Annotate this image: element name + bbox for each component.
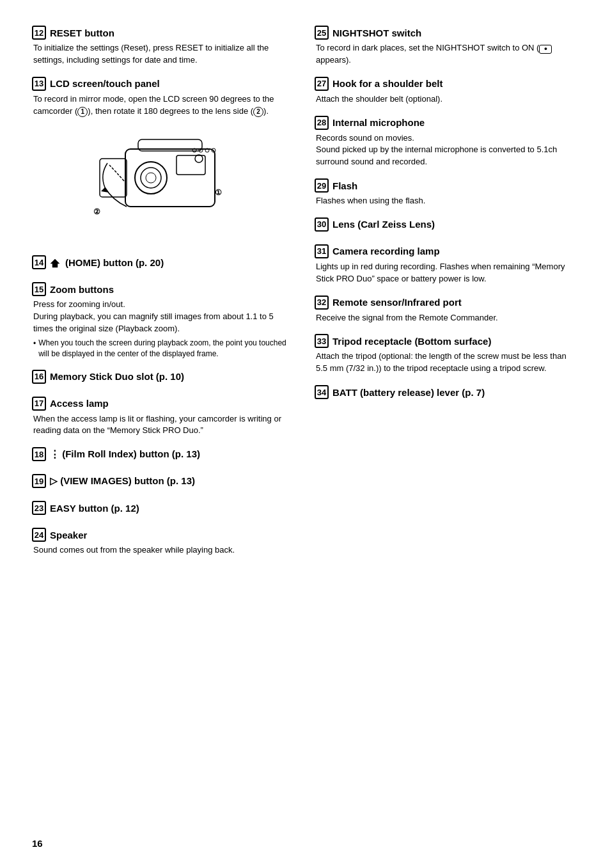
camcorder-svg: ① ② [81, 123, 247, 242]
section-28-body: Records sound on movies. Sound picked up… [315, 132, 578, 169]
section-33-title: 33 Tripod receptacle (Bottom surface) [315, 334, 578, 348]
section-15: 15 Zoom buttons Press for zooming in/out… [32, 282, 295, 359]
section-15-title: 15 Zoom buttons [32, 282, 295, 296]
section-33: 33 Tripod receptacle (Bottom surface) At… [315, 334, 578, 375]
section-19-num: 19 [32, 474, 46, 488]
section-17-title: 17 Access lamp [32, 397, 295, 411]
svg-text:②: ② [93, 207, 100, 216]
section-19-title: 19 ▷ (VIEW IMAGES) button (p. 13) [32, 474, 295, 488]
section-31-body: Lights up in red during recording. Flash… [315, 261, 578, 285]
section-24-body: Sound comes out from the speaker while p… [32, 544, 295, 556]
section-31: 31 Camera recording lamp Lights up in re… [315, 244, 578, 285]
section-24-title: 24 Speaker [32, 528, 295, 542]
bullet-dot-15: • [33, 338, 36, 349]
section-25-body: To record in dark places, set the NIGHTS… [315, 42, 578, 67]
section-18-title: 18 ⋮ (Film Roll Index) button (p. 13) [32, 447, 295, 461]
section-28-num: 28 [315, 116, 329, 130]
section-17-num: 17 [32, 397, 46, 411]
section-14: 14 (HOME) button (p. 20) [32, 255, 295, 272]
right-column: 25 NIGHTSHOT switch To record in dark pl… [315, 26, 578, 842]
section-27-body: Attach the shoulder belt (optional). [315, 93, 578, 106]
section-27-title: 27 Hook for a shoulder belt [315, 77, 578, 91]
section-12-body: To initialize the settings (Reset), pres… [32, 42, 295, 67]
section-29-body: Flashes when using the flash. [315, 195, 578, 207]
section-16-label: Memory Stick Duo slot (p. 10) [50, 371, 184, 382]
section-24-num: 24 [32, 528, 46, 542]
section-19: 19 ▷ (VIEW IMAGES) button (p. 13) [32, 474, 295, 491]
columns: 12 RESET button To initialize the settin… [32, 26, 578, 842]
section-28-label: Internal microphone [332, 117, 425, 128]
section-17: 17 Access lamp When the access lamp is l… [32, 397, 295, 438]
section-29-num: 29 [315, 178, 329, 193]
section-32-label: Remote sensor/Infrared port [332, 297, 462, 308]
section-32-title: 32 Remote sensor/Infrared port [315, 296, 578, 310]
section-15-body: Press for zooming in/out. During playbac… [32, 299, 295, 359]
section-23-title: 23 EASY button (p. 12) [32, 501, 295, 515]
svg-rect-6 [176, 155, 205, 175]
section-13-body: To record in mirror mode, open the LCD s… [32, 93, 295, 118]
section-28-title: 28 Internal microphone [315, 116, 578, 130]
page: 12 RESET button To initialize the settin… [0, 0, 610, 868]
section-13-title: 13 LCD screen/touch panel [32, 77, 295, 91]
svg-rect-0 [125, 149, 215, 207]
section-17-body: When the access lamp is lit or flashing,… [32, 413, 295, 438]
section-13-label: LCD screen/touch panel [50, 78, 160, 89]
section-31-num: 31 [315, 244, 329, 258]
section-12-num: 12 [32, 26, 46, 40]
svg-marker-15 [51, 259, 59, 267]
section-27-num: 27 [315, 77, 329, 91]
section-15-label: Zoom buttons [50, 284, 114, 295]
section-12: 12 RESET button To initialize the settin… [32, 26, 295, 67]
section-13-num: 13 [32, 77, 46, 91]
svg-point-2 [141, 168, 161, 188]
section-14-num: 14 [32, 255, 46, 269]
section-12-title: 12 RESET button [32, 26, 295, 40]
section-27: 27 Hook for a shoulder belt Attach the s… [315, 77, 578, 106]
section-30: 30 Lens (Carl Zeiss Lens) [315, 217, 578, 234]
svg-text:①: ① [215, 188, 222, 197]
section-15-num: 15 [32, 282, 46, 296]
section-30-title: 30 Lens (Carl Zeiss Lens) [315, 217, 578, 232]
section-13: 13 LCD screen/touch panel To record in m… [32, 77, 295, 246]
section-15-bullet-text: When you touch the screen during playbac… [38, 338, 295, 359]
section-14-title: 14 (HOME) button (p. 20) [32, 255, 295, 269]
section-29-title: 29 Flash [315, 178, 578, 193]
section-28: 28 Internal microphone Records sound on … [315, 116, 578, 169]
section-25-title: 25 NIGHTSHOT switch [315, 26, 578, 40]
section-24: 24 Speaker Sound comes out from the spea… [32, 528, 295, 556]
svg-marker-14 [101, 187, 109, 193]
section-34-num: 34 [315, 385, 329, 399]
section-17-label: Access lamp [50, 398, 109, 409]
svg-point-5 [195, 155, 203, 162]
section-32-body: Receive the signal from the Remote Comma… [315, 312, 578, 324]
left-column: 12 RESET button To initialize the settin… [32, 26, 295, 842]
section-23: 23 EASY button (p. 12) [32, 501, 295, 517]
section-16-num: 16 [32, 370, 46, 384]
section-12-label: RESET button [50, 28, 114, 38]
circle-1: 1 [77, 107, 88, 117]
section-27-label: Hook for a shoulder belt [332, 78, 443, 89]
section-30-label: Lens (Carl Zeiss Lens) [332, 219, 435, 230]
section-31-label: Camera recording lamp [332, 246, 440, 256]
section-25-label: NIGHTSHOT switch [332, 28, 421, 38]
section-14-icon [50, 257, 60, 269]
section-15-bullet: • When you touch the screen during playb… [33, 338, 295, 359]
section-32: 32 Remote sensor/Infrared port Receive t… [315, 296, 578, 324]
section-23-label: EASY button (p. 12) [50, 503, 139, 514]
section-29-label: Flash [332, 180, 357, 191]
section-14-label: (HOME) button (p. 20) [65, 257, 164, 268]
section-24-label: Speaker [50, 530, 87, 541]
circle-2: 2 [253, 107, 263, 117]
section-33-body: Attach the tripod (optional: the length … [315, 351, 578, 375]
section-31-title: 31 Camera recording lamp [315, 244, 578, 258]
svg-point-3 [146, 173, 156, 183]
section-19-label: ▷ (VIEW IMAGES) button (p. 13) [50, 475, 195, 487]
section-23-num: 23 [32, 501, 46, 515]
home-svg-icon [50, 258, 60, 268]
section-29: 29 Flash Flashes when using the flash. [315, 178, 578, 207]
section-18-num: 18 [32, 447, 46, 461]
nightshot-icon: ● [539, 45, 552, 54]
section-18: 18 ⋮ (Film Roll Index) button (p. 13) [32, 447, 295, 464]
section-18-label: ⋮ (Film Roll Index) button (p. 13) [50, 448, 200, 460]
camcorder-illustration: ① ② [81, 123, 247, 239]
